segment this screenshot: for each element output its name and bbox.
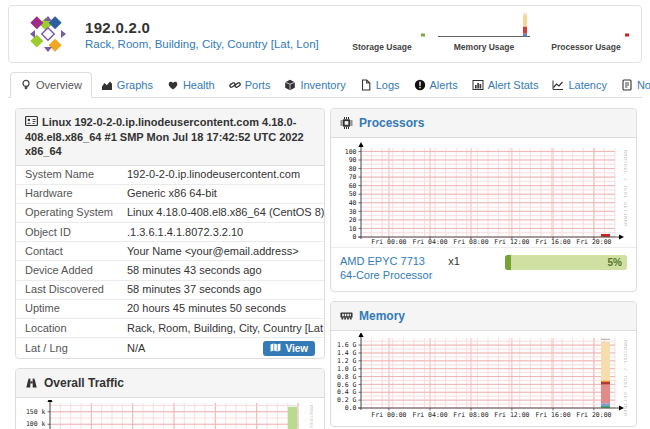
- table-row: Operating SystemLinux 4.18.0-408.el8.x86…: [16, 203, 324, 222]
- row-value: 20 hours 45 minutes 50 seconds: [127, 302, 315, 315]
- svg-text:Fri 16:00: Fri 16:00: [535, 238, 570, 246]
- tab-label: Logs: [376, 79, 400, 91]
- memory-icon: [340, 310, 353, 322]
- row-value: Rack, Room, Building, City, Country [Lat…: [127, 322, 325, 335]
- memory-title: Memory: [359, 309, 405, 323]
- table-row: Last Discovered58 minutes 37 seconds ago: [16, 280, 324, 299]
- row-value: N/A: [127, 342, 263, 355]
- cpu-subtitle-link[interactable]: 64-Core Processor: [340, 268, 432, 282]
- table-row: Device Added58 minutes 43 seconds ago: [16, 260, 324, 279]
- overall-traffic-header: Overall Traffic: [16, 369, 324, 398]
- cpu-usage-label: 5%: [608, 255, 622, 270]
- svg-text:RRDTOOL / TOBI OETIKER: RRDTOOL / TOBI OETIKER: [623, 150, 627, 227]
- svg-text:Fri 20:00: Fri 20:00: [576, 238, 611, 246]
- memory-panel: Memory 1.6 G1.4 G1.2 G1.0 G0.8 G0.6 G0.4…: [330, 301, 637, 427]
- tab-label: Ports: [245, 79, 271, 91]
- row-value: 58 minutes 43 seconds ago: [127, 264, 315, 277]
- svg-text:Fri 00:00: Fri 00:00: [371, 411, 406, 419]
- svg-text:Fri 20:00: Fri 20:00: [576, 411, 611, 419]
- device-title: 192.0.2.0: [85, 19, 319, 36]
- overall-traffic-graph[interactable]: 150 k100 k50 k0RRDTOOL / TOBI OETIKER: [16, 398, 324, 429]
- table-row: System Name192-0-2-0.ip.linodeuserconten…: [16, 166, 324, 184]
- view-map-button[interactable]: View: [263, 341, 315, 356]
- binoculars-icon: [25, 377, 38, 389]
- system-kernel-title: Linux 192-0-2-0.ip.linodeusercontent.com…: [25, 116, 304, 157]
- svg-text:Fri 00:00: Fri 00:00: [371, 238, 406, 246]
- svg-text:70: 70: [349, 173, 357, 181]
- heartbeat-icon: [167, 79, 179, 91]
- row-value: 192-0-2-0.ip.linodeusercontent.com: [127, 168, 315, 181]
- table-row: LocationRack, Room, Building, City, Coun…: [16, 318, 324, 337]
- table-row: Uptime20 hours 45 minutes 50 seconds: [16, 299, 324, 318]
- mini-graph-image: [536, 12, 636, 42]
- svg-text:100: 100: [345, 148, 357, 156]
- mini-graph-image: [434, 12, 534, 42]
- tab-alert-stats[interactable]: Alert Stats: [467, 72, 544, 98]
- tab-alerts[interactable]: Alerts: [409, 72, 463, 98]
- svg-text:Fri 04:00: Fri 04:00: [412, 238, 447, 246]
- tab-inventory[interactable]: Inventory: [279, 72, 350, 98]
- overall-traffic-title: Overall Traffic: [44, 376, 124, 390]
- tab-notes[interactable]: Notes: [616, 72, 650, 98]
- row-value: .1.3.6.1.4.1.8072.3.2.10: [127, 226, 315, 239]
- system-info-header: Linux 192-0-2-0.ip.linodeusercontent.com…: [16, 109, 324, 166]
- svg-text:1.4 G: 1.4 G: [337, 349, 357, 357]
- table-row: Lat / LngN/AView: [16, 337, 324, 358]
- device-location-link[interactable]: Rack, Room, Building, City, Country [Lat…: [85, 38, 319, 50]
- cpu-usage-bar: 5%: [505, 255, 627, 270]
- tab-logs[interactable]: Logs: [355, 72, 405, 98]
- svg-text:100 k: 100 k: [26, 421, 46, 429]
- mini-graph-label: Memory Usage: [454, 42, 514, 52]
- svg-text:0.0: 0.0: [345, 404, 357, 412]
- server-icon: [25, 115, 38, 127]
- tab-label: Alerts: [430, 79, 458, 91]
- svg-text:0.2 G: 0.2 G: [337, 396, 357, 404]
- svg-text:0.4 G: 0.4 G: [337, 388, 357, 396]
- tab-label: Graphs: [117, 79, 153, 91]
- svg-text:Fri 08:00: Fri 08:00: [453, 411, 488, 419]
- processors-header: Processors: [331, 109, 636, 138]
- processor-row: AMD EPYC 7713 64-Core Processor x1 5%: [331, 247, 636, 291]
- svg-text:0.6 G: 0.6 G: [337, 380, 357, 388]
- processors-panel: Processors 1009080706050403020100Fri 00:…: [330, 108, 637, 292]
- mini-graph-storage-usage[interactable]: Storage Usage: [331, 12, 433, 52]
- tab-label: Inventory: [300, 79, 345, 91]
- note-icon: [621, 79, 633, 91]
- processors-graph[interactable]: 1009080706050403020100Fri 00:00Fri 04:00…: [331, 138, 636, 247]
- svg-text:60: 60: [349, 182, 357, 190]
- mini-graph-label: Processor Usage: [551, 42, 620, 52]
- row-value: Linux 4.18.0-408.el8.x86_64 (CentOS 8): [127, 206, 325, 219]
- row-label: Operating System: [25, 206, 127, 219]
- svg-text:Fri 16:00: Fri 16:00: [535, 411, 570, 419]
- svg-text:1.0 G: 1.0 G: [337, 364, 357, 372]
- tab-latency[interactable]: Latency: [547, 72, 612, 98]
- svg-text:1.6 G: 1.6 G: [337, 341, 357, 349]
- memory-header: Memory: [331, 302, 636, 331]
- tab-label: Health: [183, 79, 215, 91]
- cpu-name-block: AMD EPYC 7713 64-Core Processor: [340, 254, 432, 283]
- left-column: Linux 192-0-2-0.ip.linodeusercontent.com…: [15, 108, 325, 429]
- mini-graph-memory-usage[interactable]: Memory Usage: [433, 12, 535, 52]
- mini-graph-processor-usage[interactable]: Processor Usage: [535, 12, 637, 52]
- tab-health[interactable]: Health: [162, 72, 220, 98]
- mini-graph-image: [332, 12, 432, 42]
- device-overview-page: 192.0.2.0 Rack, Room, Building, City, Co…: [0, 0, 650, 429]
- tab-ports[interactable]: Ports: [224, 72, 276, 98]
- tab-label: Latency: [568, 79, 607, 91]
- tab-graphs[interactable]: Graphs: [96, 72, 158, 98]
- svg-text:90: 90: [349, 156, 357, 164]
- svg-text:80: 80: [349, 165, 357, 173]
- svg-text:Fri 12:00: Fri 12:00: [494, 411, 529, 419]
- device-header: 192.0.2.0 Rack, Room, Building, City, Co…: [8, 5, 642, 63]
- centos-logo: [29, 15, 67, 53]
- svg-text:30: 30: [349, 208, 357, 216]
- table-row: ContactYour Name <your@email.address>: [16, 241, 324, 260]
- cpu-count: x1: [448, 255, 460, 267]
- svg-text:40: 40: [349, 199, 357, 207]
- tab-overview[interactable]: Overview: [10, 72, 92, 98]
- tab-bar: OverviewGraphsHealthPortsInventoryLogsAl…: [8, 70, 642, 98]
- map-icon: [270, 343, 281, 354]
- memory-graph[interactable]: 1.6 G1.4 G1.2 G1.0 G0.8 G0.6 G0.4 G0.2 G…: [331, 331, 636, 426]
- row-label: Contact: [25, 245, 127, 258]
- cpu-name-link[interactable]: AMD EPYC 7713: [340, 254, 432, 268]
